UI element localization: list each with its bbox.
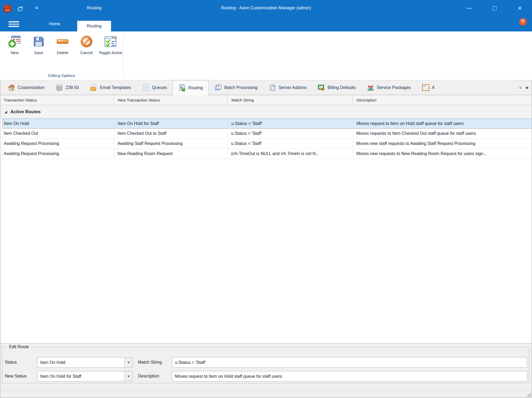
match-string-input[interactable]: u.Status = 'Staff' [172, 357, 527, 368]
calendar-icon [422, 84, 429, 91]
nav-tab-routing[interactable]: Routing [173, 80, 209, 95]
cell-match-string: u.Status = 'Staff' [228, 129, 353, 139]
cell-description: Moves new staff requests to Awaiting Sta… [353, 139, 532, 149]
description-input[interactable]: Moves request to Item on Hold staff queu… [172, 371, 527, 381]
nav-tab-label: Billing Defaults [328, 85, 356, 90]
cell-new-transaction-status: Item On Hold for Staff [114, 119, 228, 128]
toggle-active-button[interactable]: Toggle Active [99, 34, 122, 55]
cell-transaction-status: Awaiting Request Processing [3, 139, 114, 149]
delete-button-label: Delete [51, 50, 75, 55]
cell-match-string: u.Status = 'Staff' [228, 139, 353, 149]
collapse-triangle-icon [4, 111, 7, 113]
nav-tab-server-addons[interactable]: Server Addons [263, 80, 312, 95]
edit-route-title: Edit Route [7, 344, 31, 349]
routing-icon [178, 84, 186, 92]
new-status-dropdown[interactable]: Item On Hold for Staff [37, 371, 133, 381]
nav-tab-customization[interactable]: Customization [2, 80, 50, 95]
table-row[interactable]: Awaiting Request Processing Awaiting Sta… [3, 139, 532, 149]
nav-tab-label: Customization [18, 85, 44, 90]
delete-icon [56, 35, 69, 48]
resize-grip-icon[interactable] [527, 393, 531, 397]
nav-tab-label: Server Addons [279, 85, 306, 90]
cancel-button[interactable]: Cancel [75, 34, 99, 55]
routes-grid: Transaction Status New Transaction Statu… [0, 95, 532, 343]
column-header-new-transaction-status[interactable]: New Transaction Status [114, 95, 228, 105]
help-button[interactable]: ? [519, 18, 527, 26]
cancel-button-label: Cancel [75, 50, 99, 55]
column-header-transaction-status[interactable]: Transaction Status [0, 95, 114, 105]
table-row[interactable]: Awaiting Request Processing New Reading … [3, 149, 532, 159]
column-header-match-string[interactable]: Match String [228, 95, 353, 105]
queues-icon [142, 84, 150, 91]
cell-transaction-status: Item Checked Out [3, 129, 114, 139]
cancel-icon [80, 35, 93, 48]
table-row[interactable]: Item On Hold Item On Hold for Staff u.St… [3, 119, 532, 129]
ribbon-tab-row: Home Routing ? [0, 17, 532, 31]
cell-description: Moves requests to Item Checked Out staff… [353, 129, 532, 139]
status-dropdown-value: Item On Hold [38, 358, 124, 367]
refresh-icon[interactable] [16, 5, 24, 13]
new-button[interactable]: New [3, 34, 27, 55]
save-button[interactable]: Save [27, 34, 51, 55]
status-label: Status [5, 359, 17, 366]
ribbon-tab-home[interactable]: Home [35, 17, 75, 31]
cell-description: Moves new requests to New Reading Room R… [353, 149, 532, 159]
column-header-description[interactable]: Description [353, 95, 532, 105]
cell-transaction-status: Awaiting Request Processing [3, 149, 114, 159]
title-bar: Routing Routing - Aeon Customization Man… [0, 0, 532, 17]
nav-tab-service-packages[interactable]: Service Packages [361, 80, 416, 95]
nav-tab-strip: Customization Z39.50 Email [0, 80, 532, 95]
new-status-dropdown-arrow[interactable] [124, 371, 132, 381]
cell-match-string: (rrh.TimeOut is NULL and rrh.TimeIn is n… [228, 149, 353, 159]
nav-tab-label: Routing [188, 86, 203, 90]
group-row-active-routes[interactable]: Active Routes [0, 105, 532, 119]
nav-tab-a-truncated[interactable]: A [416, 80, 435, 95]
nav-tab-queues[interactable]: Queues [137, 80, 173, 95]
status-bar [0, 391, 532, 398]
nav-tab-z3950[interactable]: Z39.50 [50, 80, 84, 95]
description-label: Description [138, 373, 159, 380]
billing-defaults-icon [318, 84, 325, 91]
menu-icon[interactable] [8, 21, 20, 28]
maximize-icon [493, 6, 497, 10]
grid-rows: Item On Hold Item On Hold for Staff u.St… [2, 119, 532, 159]
new-record-icon [8, 35, 21, 48]
quick-access-dropdown-icon[interactable] [35, 7, 38, 10]
new-status-label: New Status [5, 373, 27, 380]
nav-tab-billing-defaults[interactable]: Billing Defaults [312, 80, 361, 95]
nav-scroll-left-icon[interactable]: ◀ [518, 86, 522, 90]
grid-header-row: Transaction Status New Transaction Statu… [0, 95, 532, 105]
cell-transaction-status: Item On Hold [3, 119, 114, 128]
minimize-icon [467, 8, 472, 9]
database-icon [56, 84, 63, 91]
status-dropdown[interactable]: Item On Hold [37, 357, 133, 368]
status-dropdown-arrow[interactable] [124, 358, 132, 367]
nav-tab-batch-processing[interactable]: Batch Processing [209, 80, 263, 95]
server-addons-icon [269, 84, 276, 91]
ribbon-body: New Save [0, 31, 532, 80]
cell-match-string: u.Status = 'Staff' [228, 119, 353, 128]
service-packages-icon [367, 84, 374, 91]
app-logo-icon[interactable] [3, 3, 12, 14]
nav-scroll-right-icon[interactable]: ▶ [526, 86, 529, 90]
nav-tab-label: Batch Processing [224, 85, 257, 90]
ribbon-tab-routing[interactable]: Routing [77, 21, 111, 31]
cell-new-transaction-status: Awaiting Staff Request Processing [114, 139, 228, 149]
nav-tab-email-templates[interactable]: Email Templates [84, 80, 137, 95]
new-button-label: New [3, 50, 27, 55]
nav-tab-label: Queues [152, 85, 167, 90]
delete-button[interactable]: Delete [51, 34, 75, 55]
home-icon [8, 84, 15, 91]
ribbon-category-caption: Routing [77, 0, 111, 17]
toggle-active-icon [104, 35, 117, 48]
batch-processing-icon [214, 84, 222, 91]
window-title: Routing - Aeon Customization Manager (ad… [107, 0, 425, 17]
table-row[interactable]: Item Checked Out Item Checked Out to Sta… [3, 129, 532, 139]
minimize-button[interactable] [461, 0, 477, 17]
cell-new-transaction-status: Item Checked Out to Staff [114, 129, 228, 139]
cell-description: Moves request to Item on Hold staff queu… [353, 119, 532, 128]
toggle-active-button-label: Toggle Active [99, 50, 122, 55]
chevron-down-icon [127, 376, 130, 377]
close-button[interactable]: ✕ [512, 0, 528, 17]
maximize-button[interactable] [486, 0, 502, 17]
